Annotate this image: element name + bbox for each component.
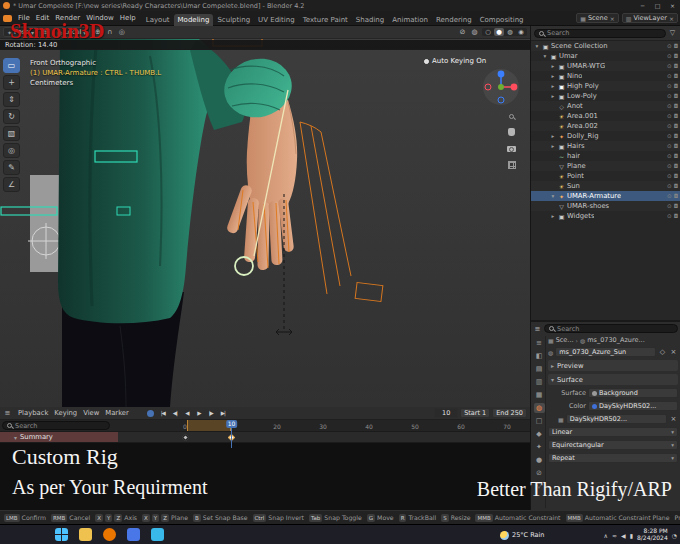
snap-magnet-icon[interactable]: ∩ <box>105 28 114 36</box>
surface-type-dropdown[interactable]: Background <box>588 388 678 398</box>
properties-tab-output[interactable]: ▤ <box>534 364 545 374</box>
scene-unlink-icon[interactable]: × <box>610 15 615 22</box>
timeline-menu-view[interactable]: View <box>80 409 102 417</box>
camera-icon[interactable]: ◘ <box>674 123 678 129</box>
outliner-item-dolly-rig[interactable]: ▸✦Dolly_Rig⊙◘ <box>531 131 680 141</box>
summary-channel-row[interactable]: ▾ Summary <box>0 432 530 443</box>
minimize-button[interactable]: ─ <box>635 0 650 11</box>
camera-icon[interactable]: ◘ <box>674 173 678 179</box>
eye-icon[interactable]: ⊙ <box>667 93 672 99</box>
outliner-item-low-poly[interactable]: ▸▣Low-Poly⊙◘ <box>531 91 680 101</box>
viewlayer-unlink-icon[interactable]: × <box>669 15 674 22</box>
x-axis-dot[interactable] <box>511 84 518 91</box>
maximize-button[interactable]: □ <box>650 0 665 11</box>
eye-icon[interactable]: ⊙ <box>667 153 672 159</box>
properties-tab-view-layer[interactable]: ▥ <box>534 377 545 387</box>
outliner-item-point[interactable]: ☀Point⊙◘ <box>531 171 680 181</box>
eye-icon[interactable]: ⊙ <box>667 213 672 219</box>
properties-tab-scene[interactable]: ▦ <box>534 390 545 400</box>
world-name-field[interactable]: ms_0730_Azure_Sun <box>555 347 656 357</box>
camera-icon[interactable]: ◘ <box>674 113 678 119</box>
viewport-3d[interactable]: ✦ Pose ▾ ≡ ◍ Local ▾ ⊕ ∩ ◎ ⊘ ◍ ○●◍◉ Rota… <box>0 26 530 407</box>
camera-icon[interactable]: ◘ <box>674 193 678 199</box>
properties-menu-icon[interactable]: ≡ <box>533 325 542 333</box>
camera-icon[interactable]: ◘ <box>674 153 678 159</box>
workspace-tab-shading[interactable]: Shading <box>352 14 388 26</box>
camera-icon[interactable]: ◘ <box>674 73 678 79</box>
camera-icon[interactable]: ◘ <box>674 183 678 189</box>
extension-dropdown[interactable]: Repeat ▾ <box>548 453 678 463</box>
eye-icon[interactable]: ⊙ <box>667 143 672 149</box>
outliner-item-umar-shoes[interactable]: ▽UMAR-shoes⊙◘ <box>531 201 680 211</box>
timeline-menu-marker[interactable]: Marker <box>102 409 132 417</box>
wireframe-shading-icon[interactable]: ○ <box>483 28 493 36</box>
workspace-tab-modeling[interactable]: Modeling <box>174 14 214 26</box>
taskbar-app-blender[interactable] <box>103 528 116 541</box>
eye-icon[interactable]: ⊙ <box>667 173 672 179</box>
properties-tab-physics[interactable]: ● <box>534 455 545 465</box>
disclosure-icon[interactable]: ▸ <box>550 73 556 79</box>
menu-help[interactable]: Help <box>117 14 139 22</box>
properties-tab-render[interactable]: ◧ <box>534 351 545 361</box>
color-texture-link[interactable]: DaySkyHDR502... <box>588 401 678 411</box>
disclosure-icon[interactable]: ▾ <box>534 43 540 49</box>
properties-tab-constraints[interactable]: ⊘ <box>534 468 545 478</box>
disclosure-icon[interactable]: ▾ <box>550 193 556 199</box>
jump-to-end-button[interactable]: ▶| <box>218 410 228 416</box>
eye-icon[interactable]: ⊙ <box>667 163 672 169</box>
outliner-item-scene-collection[interactable]: ▾▣Scene Collection⊙◘ <box>531 41 680 51</box>
taskbar-app-start[interactable] <box>55 528 68 541</box>
outliner-item-high-poly[interactable]: ▸▣High Poly⊙◘ <box>531 81 680 91</box>
scene-selector[interactable]: ▦ Scene × <box>576 13 619 23</box>
eye-icon[interactable]: ⊙ <box>667 183 672 189</box>
start-frame-field[interactable]: Start 1 <box>460 408 490 418</box>
navigation-gizmo[interactable] <box>482 68 520 106</box>
outliner-item-nino[interactable]: ▸▣Nino⊙◘ <box>531 71 680 81</box>
properties-tab-world[interactable]: ◍ <box>534 403 545 413</box>
eye-icon[interactable]: ⊙ <box>667 53 672 59</box>
timeline-menu-playback[interactable]: Playback <box>15 409 51 417</box>
hidden-icons-chevron[interactable]: ∧ <box>604 532 608 539</box>
editor-type-icon[interactable]: ≡ <box>3 409 12 417</box>
eye-icon[interactable]: ⊙ <box>667 203 672 209</box>
camera-icon[interactable]: ◘ <box>674 83 678 89</box>
battery-icon[interactable]: ▮ <box>630 532 633 539</box>
eye-icon[interactable]: ⊙ <box>667 43 672 49</box>
scale-tool-icon[interactable]: ▧ <box>3 126 20 141</box>
workspace-tab-sculpting[interactable]: Sculpting <box>213 14 254 26</box>
projection-dropdown[interactable]: Equirectangular ▾ <box>548 440 678 450</box>
outliner-search[interactable]: Search <box>534 29 666 38</box>
properties-tab-particles[interactable]: ✦ <box>534 442 545 452</box>
surface-section-header[interactable]: ▾ Surface <box>548 374 678 385</box>
outliner-item-hairs[interactable]: ▸▣Hairs⊙◘ <box>531 141 680 151</box>
outliner-item-area-001[interactable]: ☀Area.001⊙◘ <box>531 111 680 121</box>
eye-icon[interactable]: ⊙ <box>667 193 672 199</box>
eye-icon[interactable]: ⊙ <box>667 123 672 129</box>
transform-tool-icon[interactable]: ◎ <box>3 143 20 158</box>
outliner-item-umar[interactable]: ▾▣Umar⊙◘ <box>531 51 680 61</box>
show-gizmo-icon[interactable]: ⊘ <box>458 28 467 36</box>
outliner-item-sun[interactable]: ☀Sun⊙◘ <box>531 181 680 191</box>
outliner-item-hair[interactable]: ~hair⊙◘ <box>531 151 680 161</box>
taskbar-app-file-explorer[interactable] <box>79 528 92 541</box>
move-tool-icon[interactable]: ⇕ <box>3 92 20 107</box>
eye-icon[interactable]: ⊙ <box>667 83 672 89</box>
taskbar-app-app-5[interactable] <box>151 528 164 541</box>
properties-tab-object[interactable]: □ <box>534 416 545 426</box>
tweak-select-tool-icon[interactable]: ▭ <box>3 58 20 73</box>
camera-icon[interactable]: ◘ <box>674 163 678 169</box>
notifications-icon[interactable]: ◔ <box>672 532 677 539</box>
material-shading-icon[interactable]: ◍ <box>505 28 515 36</box>
outliner-item-umar-armature[interactable]: ▾✦UMAR-Armature⊙◘ <box>531 191 680 201</box>
y-axis-dot[interactable] <box>498 84 504 90</box>
workspace-tab-animation[interactable]: Animation <box>388 14 432 26</box>
disclosure-icon[interactable]: ▸ <box>550 133 556 139</box>
next-keyframe-button[interactable]: |▶ <box>206 410 216 416</box>
disclosure-icon[interactable]: ▾ <box>542 53 548 59</box>
workspace-tab-rendering[interactable]: Rendering <box>432 14 476 26</box>
jump-to-start-button[interactable]: |◀ <box>158 410 168 416</box>
outliner-item-area-002[interactable]: ☀Area.002⊙◘ <box>531 121 680 131</box>
wifi-icon[interactable]: ≈ <box>612 532 617 539</box>
play-forward-button[interactable]: ▶ <box>194 410 204 416</box>
image-name-field[interactable]: DaySkyHDR502... <box>566 414 667 424</box>
